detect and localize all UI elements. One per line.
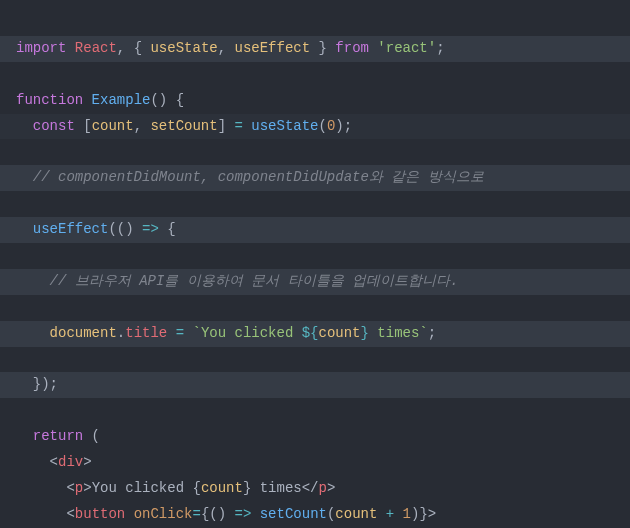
code-line: useEffect(() => {: [0, 217, 630, 243]
code-block: import React, { useState, useEffect } fr…: [0, 0, 630, 528]
code-line: <div>: [16, 454, 92, 470]
code-line: <button onClick={() => setCount(count + …: [16, 506, 436, 522]
code-line: // componentDidMount, componentDidUpdate…: [0, 165, 630, 191]
code-line: <p>You clicked {count} times</p>: [16, 480, 335, 496]
code-line: const [count, setCount] = useState(0);: [0, 114, 630, 140]
code-line: // 브라우저 API를 이용하여 문서 타이틀을 업데이트합니다.: [0, 269, 630, 295]
code-line: });: [0, 372, 630, 398]
code-line: function Example() {: [16, 92, 184, 108]
code-line: return (: [16, 428, 100, 444]
code-line: document.title = `You clicked ${count} t…: [0, 321, 630, 347]
code-line: import React, { useState, useEffect } fr…: [0, 36, 630, 62]
